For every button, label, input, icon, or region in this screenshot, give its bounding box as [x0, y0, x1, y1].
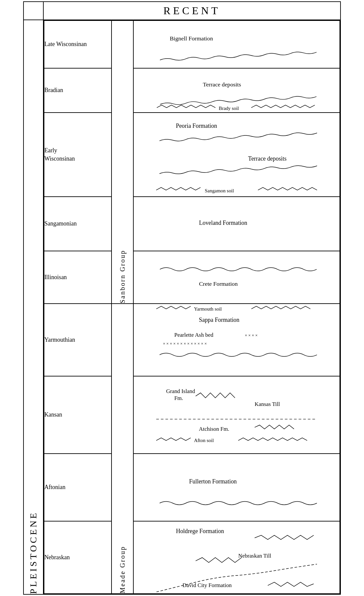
- svg-text:Yarmouth soil: Yarmouth soil: [194, 306, 222, 312]
- svg-text:× × × × × × × × × × × × ×: × × × × × × × × × × × × ×: [163, 341, 207, 346]
- svg-text:Peoria Formation: Peoria Formation: [176, 123, 217, 129]
- recent-label: RECENT: [163, 5, 220, 17]
- formation-bignell: Bignell Formation: [133, 21, 340, 68]
- age-yarmouthian: Yarmouthian: [44, 304, 112, 376]
- svg-text:Pearlette Ash bed: Pearlette Ash bed: [174, 332, 213, 338]
- svg-text:Fm.: Fm.: [174, 395, 183, 401]
- svg-text:Sangamon soil: Sangamon soil: [205, 188, 234, 193]
- age-sangamonian: Sangamonian: [44, 197, 112, 251]
- age-illinoisan: Illinoisan: [44, 251, 112, 304]
- group-sanborn: Sanborn Group: [112, 21, 133, 304]
- formation-fullerton: Fullerton Formation: [133, 454, 340, 521]
- svg-text:Atchison Fm.: Atchison Fm.: [199, 426, 229, 432]
- era-empty-top: [23, 2, 43, 20]
- svg-text:Bignell Formation: Bignell Formation: [170, 35, 213, 42]
- formation-loveland: Loveland Formation: [133, 197, 340, 251]
- svg-text:Kansas Till: Kansas Till: [254, 401, 280, 407]
- svg-text:× × × ×: × × × ×: [245, 333, 258, 338]
- formation-crete: Crete Formation: [133, 251, 340, 304]
- chart-container: RECENT PLEISTOCENE Late Wisconsinan Sanb…: [0, 0, 364, 596]
- svg-text:Terrace  deposits: Terrace deposits: [248, 155, 287, 162]
- era-label-cell: PLEISTOCENE: [23, 20, 43, 594]
- age-aftonian: Aftonian: [44, 454, 112, 521]
- svg-text:Nebraskan Till: Nebraskan Till: [238, 553, 271, 559]
- formation-grand-island: Grand Island Fm. Kansas Till Atchison Fm…: [133, 376, 340, 454]
- svg-text:Holdrege Formation: Holdrege Formation: [176, 528, 224, 534]
- formation-terrace1: Terrace deposits Brady soil: [133, 68, 340, 113]
- group-meade: Meade Group: [112, 304, 133, 594]
- formation-holdrege: Holdrege Formation Nebraskan Till David …: [133, 521, 340, 594]
- svg-text:Grand Island: Grand Island: [166, 388, 195, 394]
- formation-sappa: Yarmouth soil Sappa Formation Pearlette …: [133, 304, 340, 376]
- age-kansan: Kansan: [44, 376, 112, 454]
- svg-text:Brady soil: Brady soil: [219, 106, 239, 111]
- svg-text:Terrace  deposits: Terrace deposits: [203, 81, 241, 88]
- formation-peoria: Peoria Formation Terrace deposits Sangam…: [133, 113, 340, 197]
- svg-text:Afton soil: Afton soil: [194, 438, 214, 443]
- recent-header: RECENT: [43, 2, 341, 20]
- svg-text:David City Formation: David City Formation: [182, 582, 232, 588]
- era-label: PLEISTOCENE: [28, 511, 38, 594]
- svg-text:Loveland  Formation: Loveland Formation: [199, 220, 247, 226]
- main-content: Late Wisconsinan Sanborn Group Bignell F…: [43, 20, 341, 594]
- age-nebraskan: Nebraskan: [44, 521, 112, 594]
- svg-text:Sappa Formation: Sappa Formation: [199, 317, 239, 323]
- age-early-wisconsinan: EarlyWisconsinan: [44, 113, 112, 197]
- age-late-wisconsinan: Late Wisconsinan: [44, 21, 112, 68]
- age-bradian: Bradian: [44, 68, 112, 113]
- svg-text:Fullerton  Formation: Fullerton Formation: [189, 478, 237, 485]
- svg-text:Crete Formation: Crete Formation: [199, 280, 238, 287]
